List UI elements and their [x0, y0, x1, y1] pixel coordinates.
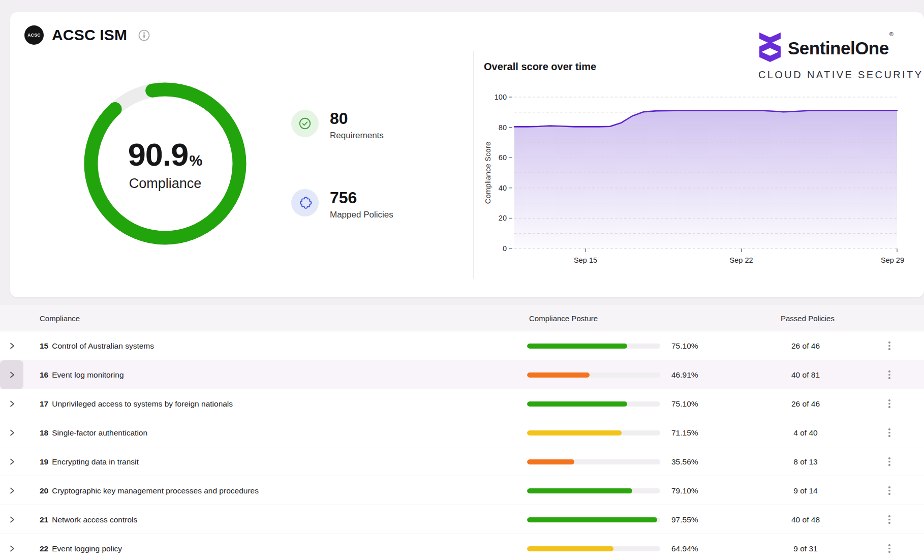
posture-percentage: 46.91% — [671, 360, 722, 389]
requirement-name: 15Control of Australian systems — [40, 331, 497, 360]
compliance-score-value: 90.9 — [128, 136, 189, 173]
requirement-name: 16Event log monitoring — [40, 360, 497, 389]
chevron-right-icon — [8, 487, 16, 494]
expand-row-button[interactable] — [0, 476, 23, 505]
chevron-right-icon — [8, 342, 16, 350]
kebab-menu-icon — [885, 483, 894, 498]
requirement-name: 17Unprivileged access to systems by fore… — [40, 389, 497, 418]
svg-text:40: 40 — [499, 184, 507, 192]
chevron-right-icon — [8, 545, 16, 552]
passed-policies-count: 26 of 46 — [760, 331, 851, 360]
posture-percentage: 75.10% — [671, 389, 722, 418]
kebab-menu-icon — [885, 338, 894, 353]
kebab-menu-icon — [885, 425, 894, 440]
posture-percentage: 35.56% — [671, 447, 722, 476]
svg-text:80: 80 — [499, 123, 507, 132]
donut-center-text: 90.9 % Compliance — [81, 80, 249, 247]
expand-row-button[interactable] — [0, 389, 23, 418]
passed-policies-count: 26 of 46 — [760, 389, 851, 418]
requirements-stat: 80 Requirements — [291, 110, 459, 141]
chevron-right-icon — [8, 429, 16, 437]
row-actions-menu[interactable] — [882, 447, 897, 476]
requirement-name: 18Single-factor authentication — [40, 418, 497, 447]
passed-policies-count: 8 of 13 — [760, 447, 851, 476]
row-actions-menu[interactable] — [882, 331, 897, 360]
kebab-menu-icon — [885, 396, 894, 411]
row-actions-menu[interactable] — [882, 534, 897, 560]
passed-policies-count: 4 of 40 — [760, 418, 851, 447]
row-actions-menu[interactable] — [882, 476, 897, 505]
mapped-policies-label: Mapped Policies — [330, 210, 393, 220]
row-actions-menu[interactable] — [882, 389, 897, 418]
posture-progress-bar — [527, 389, 660, 418]
expand-row-button[interactable] — [0, 505, 23, 534]
row-actions-menu[interactable] — [882, 418, 897, 447]
posture-progress-bar — [527, 476, 660, 505]
posture-progress-bar — [527, 331, 660, 360]
table-header: Compliance Compliance Posture Passed Pol… — [0, 305, 924, 331]
kebab-menu-icon — [885, 541, 894, 556]
compliance-dashboard: ACSC ACSC ISM 90.9 % Complia — [0, 0, 924, 560]
expand-row-button[interactable] — [0, 331, 23, 360]
posture-percentage: 79.10% — [671, 476, 722, 505]
posture-progress-bar — [527, 360, 660, 389]
posture-percentage: 97.55% — [671, 505, 722, 534]
table-row[interactable]: 19Encrypting data in transit 35.56% 8 of… — [0, 447, 924, 476]
table-row[interactable]: 22Event logging policy 64.94% 9 of 31 — [0, 534, 924, 560]
expand-row-button[interactable] — [0, 534, 23, 560]
column-header-passed-policies: Passed Policies — [781, 305, 835, 331]
mapped-policies-count: 756 — [330, 189, 393, 207]
kebab-menu-icon — [885, 512, 894, 527]
posture-progress-bar — [527, 505, 660, 534]
requirement-name: 20Cryptographic key management processes… — [40, 476, 497, 505]
posture-progress-bar — [527, 447, 660, 476]
acsc-logo: ACSC — [24, 25, 44, 45]
posture-progress-bar — [527, 418, 660, 447]
row-actions-menu[interactable] — [882, 360, 897, 389]
column-header-compliance: Compliance — [40, 305, 80, 331]
requirement-name: 22Event logging policy — [40, 534, 497, 560]
framework-header: ACSC ACSC ISM — [24, 25, 150, 45]
info-icon[interactable] — [138, 29, 150, 41]
compliance-score-unit: % — [189, 152, 202, 169]
check-circle-icon — [291, 110, 319, 137]
requirement-name: 19Encrypting data in transit — [40, 447, 497, 476]
brand-logo: SentinelOne® CLOUD NATIVE SECURITY — [758, 33, 924, 81]
posture-progress-bar — [527, 534, 660, 560]
compliance-score-label: Compliance — [129, 176, 202, 192]
puzzle-icon — [291, 189, 319, 216]
score-over-time-chart: 020406080100Compliance ScoreSep 15Sep 22… — [442, 76, 924, 279]
expand-row-button[interactable] — [0, 360, 23, 389]
table-row[interactable]: 18Single-factor authentication 71.15% 4 … — [0, 418, 924, 447]
table-row[interactable]: 15Control of Australian systems 75.10% 2… — [0, 331, 924, 360]
table-row[interactable]: 20Cryptographic key management processes… — [0, 476, 924, 505]
table-row[interactable]: 16Event log monitoring 46.91% 40 of 81 — [0, 360, 924, 389]
column-header-compliance-posture: Compliance Posture — [529, 305, 598, 331]
posture-percentage: 75.10% — [671, 331, 722, 360]
kebab-menu-icon — [885, 454, 894, 469]
page-title: ACSC ISM — [52, 26, 127, 44]
svg-text:20: 20 — [499, 214, 507, 222]
table-row[interactable]: 21Network access controls 97.55% 40 of 4… — [0, 505, 924, 534]
chevron-right-icon — [8, 458, 16, 465]
passed-policies-count: 9 of 14 — [760, 476, 851, 505]
compliance-table: 15Control of Australian systems 75.10% 2… — [0, 331, 924, 560]
row-actions-menu[interactable] — [882, 505, 897, 534]
sentinelone-mark-icon — [758, 33, 782, 64]
chevron-right-icon — [8, 516, 16, 523]
svg-text:Sep 15: Sep 15 — [574, 256, 597, 264]
svg-text:0: 0 — [503, 244, 507, 253]
framework-summary-card: ACSC ACSC ISM 90.9 % Complia — [10, 12, 924, 297]
compliance-donut-gauge: 90.9 % Compliance — [81, 80, 249, 247]
requirement-name: 21Network access controls — [40, 505, 497, 534]
brand-tagline: CLOUD NATIVE SECURITY — [758, 69, 924, 81]
svg-text:Compliance Score: Compliance Score — [483, 142, 492, 204]
mapped-policies-stat: 756 Mapped Policies — [291, 189, 459, 220]
expand-row-button[interactable] — [0, 418, 23, 447]
passed-policies-count: 40 of 81 — [760, 360, 851, 389]
svg-text:Sep 29: Sep 29 — [881, 256, 904, 264]
requirements-label: Requirements — [330, 131, 384, 141]
requirements-count: 80 — [330, 110, 384, 128]
table-row[interactable]: 17Unprivileged access to systems by fore… — [0, 389, 924, 418]
expand-row-button[interactable] — [0, 447, 23, 476]
